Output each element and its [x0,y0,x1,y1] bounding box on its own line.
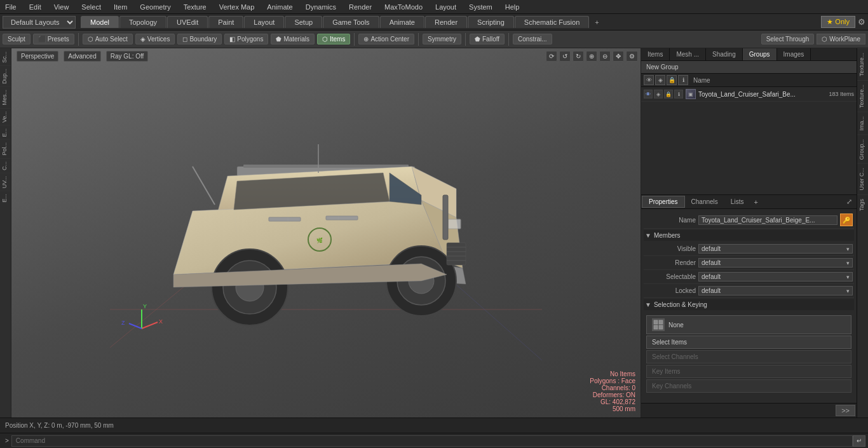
keying-none-button[interactable]: None [646,315,851,334]
props-tab-lists[interactable]: Lists [724,196,750,207]
far-rt-tab-texture2[interactable]: Texture... [857,80,868,112]
prop-name-input[interactable]: Toyota_Land_Cruiser_Safari_Beige_E... [698,215,837,225]
rp-tab-groups[interactable]: Groups [743,48,777,60]
falloff-button[interactable]: ⬟ Falloff [470,34,505,44]
select-items-button[interactable]: Select Items [646,336,851,349]
prop-visible-dropdown[interactable]: default ▾ [698,244,853,254]
prop-selectable-dropdown[interactable]: default ▾ [698,272,853,282]
menu-animate[interactable]: Animate [264,3,295,11]
sidebar-item-e[interactable]: E... [0,125,11,140]
scroll-right-button[interactable]: >> [836,405,855,416]
menu-maxtomodo[interactable]: MaxToModo [382,3,425,11]
tab-uvedit[interactable]: UVEdit [167,16,208,28]
tab-animate[interactable]: Animate [380,16,424,28]
sidebar-item-pol[interactable]: Pol... [0,139,11,158]
advanced-button[interactable]: Advanced [64,51,100,62]
menu-dynamics[interactable]: Dynamics [303,3,339,11]
sidebar-item-ve[interactable]: Ve... [0,108,11,125]
props-expand-button[interactable]: ⤢ [843,196,856,207]
tab-model[interactable]: Model [81,16,119,28]
props-tab-properties[interactable]: Properties [642,196,685,208]
command-run-button[interactable]: ↵ [853,435,865,447]
ray-gl-button[interactable]: Ray GL: Off [106,51,149,62]
viewport[interactable]: Perspective Advanced Ray GL: Off ⟳ ↺ ↻ ⊕… [11,48,641,417]
selection-keying-header[interactable]: ▼ Selection & Keying [644,299,854,310]
action-center-button[interactable]: ⊕ Action Center [358,34,414,44]
far-rt-tab-images[interactable]: Ima... [857,112,868,135]
sl-icon-info[interactable]: ℹ [678,75,688,85]
new-group-button[interactable]: New Group [641,61,857,74]
menu-layout[interactable]: Layout [433,3,459,11]
sidebar-item-uv[interactable]: UV... [0,173,11,191]
props-tab-channels[interactable]: Channels [685,196,724,207]
sl-icon-lock[interactable]: 🔒 [667,75,677,85]
presets-button[interactable]: ⬛ Presets [33,34,74,44]
vertices-button[interactable]: ◈ Vertices [135,34,175,44]
sidebar-item-sculpt[interactable]: Sc... [0,48,11,65]
menu-vertex-map[interactable]: Vertex Map [217,3,257,11]
members-section-header[interactable]: ▼ Members [644,230,854,241]
far-rt-tab-tags[interactable]: Tags [857,194,868,215]
auto-select-button[interactable]: ⬡ Auto Select [83,34,133,44]
rp-tab-mesh[interactable]: Mesh ... [670,48,706,60]
prop-render-dropdown[interactable]: default ▾ [698,258,853,268]
key-channels-button[interactable]: Key Channels [646,379,851,393]
sl-icon-render[interactable]: ◈ [655,75,665,85]
menu-item[interactable]: Item [111,3,130,11]
boundary-button[interactable]: ◻ Boundary [177,34,222,44]
menu-render[interactable]: Render [346,3,374,11]
menu-view[interactable]: View [51,3,72,11]
vp-zoom-out-button[interactable]: ⊖ [599,51,611,62]
rp-tab-images[interactable]: Images [777,48,811,60]
star-only-badge[interactable]: ★ Only [821,16,855,28]
items-button[interactable]: ⬡ Items [317,34,350,44]
settings-icon[interactable]: ⚙ [858,17,865,27]
vp-move-button[interactable]: ✥ [613,51,624,62]
menu-system[interactable]: System [466,3,495,11]
sidebar-item-dup[interactable]: Dup... [0,65,11,86]
vp-rotate-button[interactable]: ⟳ [546,51,557,62]
menu-file[interactable]: File [3,3,19,11]
rp-tab-shading[interactable]: Shading [706,48,743,60]
menu-texture[interactable]: Texture [181,3,209,11]
props-tab-add[interactable]: + [750,197,761,207]
prop-key-icon[interactable]: 🔑 [840,214,853,226]
tab-render[interactable]: Render [425,16,467,28]
sl-icon-eye[interactable]: 👁 [644,75,654,85]
menu-edit[interactable]: Edit [27,3,44,11]
tab-paint[interactable]: Paint [208,16,243,28]
far-rt-tab-group[interactable]: Group... [857,135,868,164]
constraints-button[interactable]: Constrai... [513,34,552,44]
sculpt-button[interactable]: Sculpt [3,34,31,44]
key-items-button[interactable]: Key Items [646,365,851,378]
prop-locked-dropdown[interactable]: default ▾ [698,286,853,295]
tab-setup[interactable]: Setup [285,16,322,28]
scene-item-lock-icon[interactable]: 🔒 [664,90,673,98]
menu-geometry[interactable]: Geometry [137,3,173,11]
materials-button[interactable]: ⬟ Materials [271,34,315,44]
vp-zoom-in-button[interactable]: ⊕ [586,51,597,62]
rp-tab-items[interactable]: Items [641,48,670,60]
menu-help[interactable]: Help [503,3,522,11]
vp-settings-button[interactable]: ⚙ [626,51,638,62]
menu-select[interactable]: Select [79,3,104,11]
perspective-button[interactable]: Perspective [17,51,58,62]
command-input[interactable] [11,435,853,447]
layout-selector[interactable]: Default Layouts [3,16,76,29]
vp-undo-button[interactable]: ↺ [559,51,571,62]
select-through-button[interactable]: Select Through [761,34,815,44]
sidebar-item-e2[interactable]: E... [0,191,11,205]
scene-item-info-icon[interactable]: ℹ [674,90,683,98]
sidebar-item-c[interactable]: C... [0,158,11,173]
polygons-button[interactable]: ◧ Polygons [224,34,268,44]
scene-list-item[interactable]: 👁 ◈ 🔒 ℹ ▣ Toyota_Land_Cruiser_Safari_Be.… [641,87,857,102]
tab-schematic-fusion[interactable]: Schematic Fusion [515,16,589,28]
far-rt-tab-user-c[interactable]: User C... [857,163,868,194]
far-rt-tab-texture1[interactable]: Texture... [857,48,868,80]
scene-item-render-icon[interactable]: ◈ [654,90,663,98]
tab-topology[interactable]: Topology [119,16,166,28]
vp-redo-button[interactable]: ↻ [573,51,584,62]
scene-item-eye-icon[interactable]: 👁 [644,90,653,98]
tab-scripting[interactable]: Scripting [468,16,514,28]
symmetry-button[interactable]: Symmetry [423,34,461,44]
